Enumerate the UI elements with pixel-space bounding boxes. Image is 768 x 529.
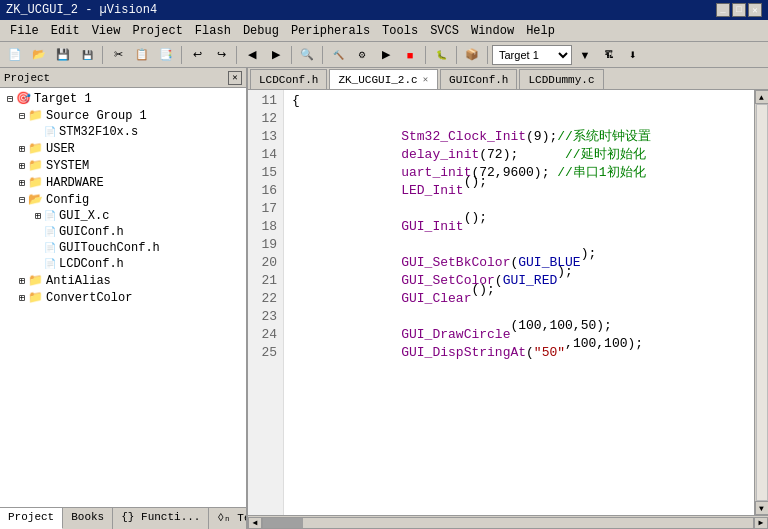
tab-guiconf[interactable]: GUIConf.h <box>440 69 517 89</box>
tree-config[interactable]: ⊟ 📂 Config <box>0 191 246 208</box>
antialias-folder-icon: 📁 <box>28 273 43 288</box>
ln-12: 12 <box>254 110 277 128</box>
tree-system[interactable]: ⊞ 📁 SYSTEM <box>0 157 246 174</box>
cut-button[interactable]: ✂ <box>107 44 129 66</box>
scroll-track[interactable] <box>756 104 768 501</box>
open-button[interactable]: 📂 <box>28 44 50 66</box>
scroll-left[interactable]: ◀ <box>248 517 262 529</box>
guitouch-label: GUITouchConf.h <box>59 241 160 255</box>
scroll-right[interactable]: ▶ <box>754 517 768 529</box>
guix-expand[interactable]: ⊞ <box>32 210 44 222</box>
navigate-fwd-button[interactable]: ▶ <box>265 44 287 66</box>
stop-button[interactable]: ■ <box>399 44 421 66</box>
menu-project[interactable]: Project <box>126 22 188 40</box>
tree-lcdconf[interactable]: · 📄 LCDConf.h <box>0 256 246 272</box>
code-line-22: GUI_Clear(); <box>292 290 746 308</box>
tab-lcdconf[interactable]: LCDConf.h <box>250 69 327 89</box>
file-tabs: LCDConf.h ZK_UCGUI_2.c ✕ GUIConf.h LCDDu… <box>248 68 768 90</box>
paste-button[interactable]: 📑 <box>155 44 177 66</box>
scroll-down[interactable]: ▼ <box>755 501 769 515</box>
menu-peripherals[interactable]: Peripherals <box>285 22 376 40</box>
project-tree[interactable]: ⊟ 🎯 Target 1 ⊟ 📁 Source Group 1 · 📄 STM3… <box>0 88 246 507</box>
close-button[interactable]: ✕ <box>748 3 762 17</box>
project-panel-close[interactable]: ✕ <box>228 71 242 85</box>
project-panel-title: Project <box>4 72 50 84</box>
fn-uartinit: uart_init <box>401 164 471 182</box>
system-expand[interactable]: ⊞ <box>16 160 28 172</box>
code-editor[interactable]: 11 12 13 14 15 16 17 18 19 20 21 22 23 2… <box>248 90 768 515</box>
scroll-up[interactable]: ▲ <box>755 90 769 104</box>
menu-help[interactable]: Help <box>520 22 561 40</box>
options-button[interactable]: 📦 <box>461 44 483 66</box>
menu-window[interactable]: Window <box>465 22 520 40</box>
hardware-folder-icon: 📁 <box>28 175 43 190</box>
window-controls: _ □ ✕ <box>716 3 762 17</box>
rebuild-button[interactable]: ⚙ <box>351 44 373 66</box>
tab-lcddummy[interactable]: LCDDummy.c <box>519 69 603 89</box>
tree-guix[interactable]: ⊞ 📄 GUI_X.c <box>0 208 246 224</box>
code-lines[interactable]: { Stm32_Clock_Init(9);//系统时钟设置 delay_ini… <box>284 90 754 515</box>
save-button[interactable]: 💾 <box>52 44 74 66</box>
tree-hardware[interactable]: ⊞ 📁 HARDWARE <box>0 174 246 191</box>
user-expand[interactable]: ⊞ <box>16 143 28 155</box>
tab-books[interactable]: Books <box>63 508 113 529</box>
tree-target[interactable]: ⊟ 🎯 Target 1 <box>0 90 246 107</box>
navigate-back-button[interactable]: ◀ <box>241 44 263 66</box>
vertical-scrollbar[interactable]: ▲ ▼ <box>754 90 768 515</box>
tab-functions[interactable]: {} Functi... <box>113 508 209 529</box>
redo-button[interactable]: ↪ <box>210 44 232 66</box>
copy-button[interactable]: 📋 <box>131 44 153 66</box>
manage-button[interactable]: 🏗 <box>598 44 620 66</box>
run-button[interactable]: ▶ <box>375 44 397 66</box>
menu-view[interactable]: View <box>86 22 127 40</box>
download-button[interactable]: ⬇ <box>622 44 644 66</box>
titlebar: ZK_UCGUI_2 - µVision4 _ □ ✕ <box>0 0 768 20</box>
hardware-expand[interactable]: ⊞ <box>16 177 28 189</box>
convertcolor-folder-icon: 📁 <box>28 290 43 305</box>
target-options-button[interactable]: ▼ <box>574 44 596 66</box>
antialias-expand[interactable]: ⊞ <box>16 275 28 287</box>
tree-guiconf[interactable]: · 📄 GUIConf.h <box>0 224 246 240</box>
minimize-button[interactable]: _ <box>716 3 730 17</box>
tree-guitouch[interactable]: · 📄 GUITouchConf.h <box>0 240 246 256</box>
tree-convertcolor[interactable]: ⊞ 📁 ConvertColor <box>0 289 246 306</box>
menu-svcs[interactable]: SVCS <box>424 22 465 40</box>
build-button[interactable]: 🔨 <box>327 44 349 66</box>
menu-debug[interactable]: Debug <box>237 22 285 40</box>
menu-flash[interactable]: Flash <box>189 22 237 40</box>
target-label: Target 1 <box>34 92 92 106</box>
tree-file-stm32[interactable]: · 📄 STM32F10x.s <box>0 124 246 140</box>
tab-zkucgui-label: ZK_UCGUI_2.c <box>338 74 417 86</box>
tab-project[interactable]: Project <box>0 508 63 529</box>
ln-13: 13 <box>254 128 277 146</box>
sep5 <box>322 46 323 64</box>
find-button[interactable]: 🔍 <box>296 44 318 66</box>
menu-tools[interactable]: Tools <box>376 22 424 40</box>
tab-templates[interactable]: ◊ₙ Templ... <box>209 508 246 529</box>
maximize-button[interactable]: □ <box>732 3 746 17</box>
save-all-button[interactable]: 💾 <box>76 44 98 66</box>
target-select[interactable]: Target 1 <box>492 45 572 65</box>
h-scroll-thumb <box>263 518 303 528</box>
fn-ledinit: LED_Init <box>401 182 463 200</box>
tab-lcdconf-label: LCDConf.h <box>259 74 318 86</box>
ln-20: 20 <box>254 254 277 272</box>
convertcolor-expand[interactable]: ⊞ <box>16 292 28 304</box>
h-scroll-track[interactable] <box>262 517 754 529</box>
menu-edit[interactable]: Edit <box>45 22 86 40</box>
menu-file[interactable]: File <box>4 22 45 40</box>
tab-zkucgui-close[interactable]: ✕ <box>422 74 429 85</box>
horizontal-scrollbar[interactable]: ◀ ▶ <box>248 515 768 529</box>
config-expand[interactable]: ⊟ <box>16 194 28 206</box>
source-group-expand[interactable]: ⊟ <box>16 110 28 122</box>
debug-button[interactable]: 🐛 <box>430 44 452 66</box>
ln-22: 22 <box>254 290 277 308</box>
target-expand[interactable]: ⊟ <box>4 93 16 105</box>
tree-source-group[interactable]: ⊟ 📁 Source Group 1 <box>0 107 246 124</box>
tree-user[interactable]: ⊞ 📁 USER <box>0 140 246 157</box>
cm-delay: //延时初始化 <box>565 146 646 164</box>
tab-zkucgui[interactable]: ZK_UCGUI_2.c ✕ <box>329 69 438 89</box>
tree-antialias[interactable]: ⊞ 📁 AntiAlias <box>0 272 246 289</box>
new-file-button[interactable]: 📄 <box>4 44 26 66</box>
undo-button[interactable]: ↩ <box>186 44 208 66</box>
